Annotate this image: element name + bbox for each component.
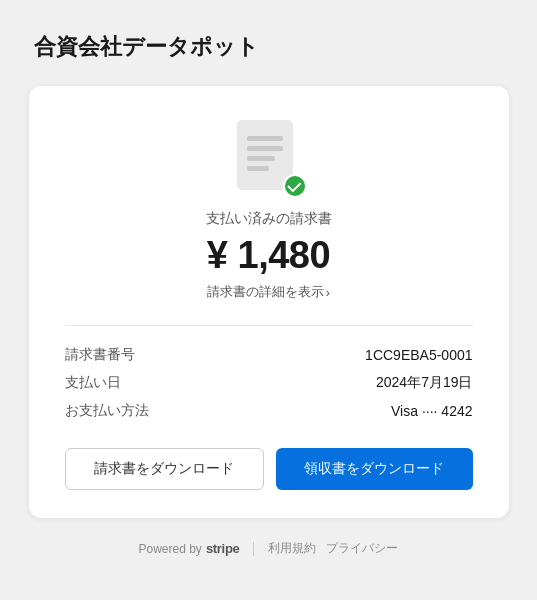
status-label: 支払い済みの請求書 [206,210,332,228]
invoice-number-label: 請求書番号 [65,346,135,364]
powered-by: Powered by stripe [139,541,240,556]
chevron-icon: › [326,285,330,300]
info-row-method: お支払い方法 Visa ···· 4242 [65,402,473,420]
svg-rect-4 [247,166,269,171]
powered-by-text: Powered by [139,542,202,556]
download-receipt-button[interactable]: 領収書をダウンロード [276,448,473,490]
invoice-icon-wrapper [233,118,305,198]
info-row-date: 支払い日 2024年7月19日 [65,374,473,392]
footer-links: 利用規約 プライバシー [268,540,398,557]
button-row: 請求書をダウンロード 領収書をダウンロード [65,448,473,490]
svg-rect-3 [247,156,275,161]
divider [65,325,473,326]
footer: Powered by stripe 利用規約 プライバシー [139,540,399,557]
footer-divider [253,542,254,556]
payment-date-value: 2024年7月19日 [376,374,473,392]
invoice-number-value: 1CC9EBA5-0001 [365,347,472,363]
main-card: 支払い済みの請求書 ¥ 1,480 請求書の詳細を表示 › 請求書番号 1CC9… [29,86,509,518]
amount: ¥ 1,480 [207,234,330,277]
svg-rect-2 [247,146,283,151]
stripe-logo: stripe [206,541,240,556]
detail-link[interactable]: 請求書の詳細を表示 › [207,283,330,301]
payment-date-label: 支払い日 [65,374,121,392]
info-row-invoice: 請求書番号 1CC9EBA5-0001 [65,346,473,364]
payment-method-value: Visa ···· 4242 [391,403,472,419]
download-invoice-button[interactable]: 請求書をダウンロード [65,448,264,490]
detail-link-text: 請求書の詳細を表示 [207,283,324,301]
company-name: 合資会社データポット [34,32,259,62]
check-badge [283,174,307,198]
svg-rect-1 [247,136,283,141]
privacy-link[interactable]: プライバシー [326,540,398,557]
payment-method-label: お支払い方法 [65,402,149,420]
info-table: 請求書番号 1CC9EBA5-0001 支払い日 2024年7月19日 お支払い… [65,346,473,420]
terms-link[interactable]: 利用規約 [268,540,316,557]
